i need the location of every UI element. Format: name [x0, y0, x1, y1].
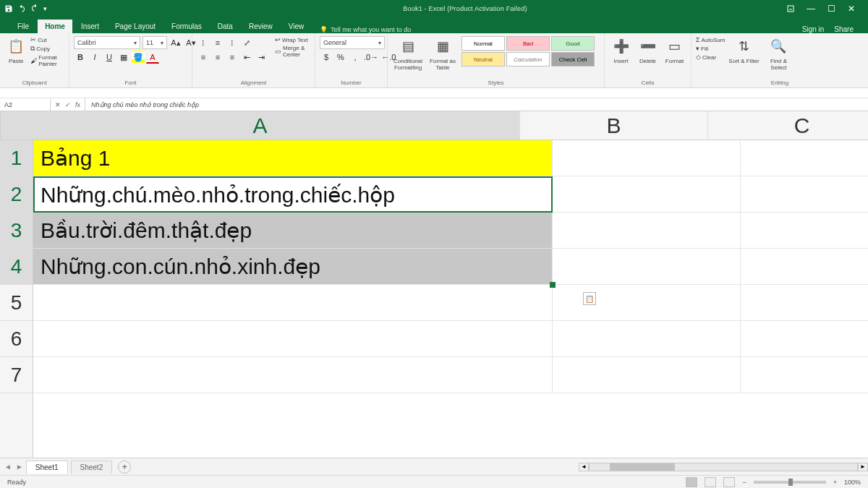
- style-bad[interactable]: Bad: [506, 36, 550, 51]
- cell-b6[interactable]: [553, 321, 741, 357]
- bold-button[interactable]: B: [74, 51, 87, 64]
- style-good[interactable]: Good: [551, 36, 595, 51]
- find-select-button[interactable]: 🔍Find & Select: [762, 36, 794, 71]
- copy-button[interactable]: ⧉Copy: [30, 45, 64, 53]
- paste-button[interactable]: 📋Paste: [4, 36, 27, 64]
- cell-b3[interactable]: [553, 213, 741, 249]
- zoom-out-button[interactable]: −: [742, 479, 746, 486]
- increase-decimal-button[interactable]: .0→: [363, 51, 379, 64]
- row-header-2[interactable]: 2: [0, 176, 33, 213]
- font-size-dropdown[interactable]: 11: [142, 36, 167, 49]
- row-header-4[interactable]: 4: [0, 249, 33, 285]
- comma-button[interactable]: ,: [349, 51, 362, 64]
- cell-a2[interactable]: Những.chú.mèo.nhỏ.trong.chiếc.hộp: [33, 176, 553, 213]
- insert-cells-button[interactable]: ➕Insert: [609, 36, 633, 64]
- cell-c6[interactable]: [741, 321, 868, 357]
- paste-options-button[interactable]: 📋: [583, 292, 596, 305]
- share-button[interactable]: Share: [834, 25, 854, 33]
- zoom-slider[interactable]: [754, 481, 826, 484]
- tab-data[interactable]: Data: [210, 20, 240, 33]
- add-sheet-button[interactable]: +: [118, 461, 131, 474]
- cancel-formula-icon[interactable]: ✕: [55, 101, 61, 108]
- cell-a1[interactable]: Bảng 1: [33, 140, 553, 176]
- formula-input[interactable]: Những chú mèo nhỏ trong chiếc hộp: [85, 101, 868, 108]
- minimize-icon[interactable]: —: [806, 4, 816, 14]
- style-check-cell[interactable]: Check Cell: [551, 52, 595, 67]
- fill-color-button[interactable]: 🪣: [132, 51, 145, 64]
- cell-c4[interactable]: [741, 249, 868, 285]
- view-page-layout-button[interactable]: [705, 477, 716, 487]
- tab-view[interactable]: View: [281, 20, 312, 33]
- cell-a3[interactable]: Bầu.trời.đêm.thật.đẹp: [33, 213, 553, 249]
- row-header-7[interactable]: 7: [0, 357, 33, 393]
- format-painter-button[interactable]: 🖌Format Painter: [30, 54, 64, 67]
- cell-c1[interactable]: [741, 140, 868, 176]
- font-name-dropdown[interactable]: Calibri: [74, 36, 140, 49]
- scroll-right-icon[interactable]: ►: [858, 463, 868, 471]
- scroll-thumb[interactable]: [610, 463, 675, 471]
- tab-page-layout[interactable]: Page Layout: [108, 20, 163, 33]
- delete-cells-button[interactable]: ➖Delete: [636, 36, 660, 64]
- cell-a4[interactable]: Những.con.cún.nhỏ.xinh.đẹp: [33, 249, 553, 285]
- wrap-text-button[interactable]: ↩Wrap Text: [275, 36, 310, 43]
- indent-increase-button[interactable]: ⇥: [255, 51, 268, 64]
- view-normal-button[interactable]: [686, 477, 697, 487]
- increase-font-button[interactable]: A▴: [169, 36, 182, 49]
- style-calculation[interactable]: Calculation: [506, 52, 550, 67]
- redo-icon[interactable]: [30, 4, 39, 14]
- border-button[interactable]: ▦: [117, 51, 130, 64]
- fx-icon[interactable]: fx: [75, 101, 80, 108]
- row-header-6[interactable]: 6: [0, 321, 33, 357]
- cell-a6[interactable]: [33, 321, 553, 357]
- autosum-button[interactable]: ΣAutoSum: [696, 36, 725, 43]
- merge-center-button[interactable]: ▭Merge & Center: [275, 45, 310, 58]
- name-box[interactable]: A2: [0, 98, 51, 111]
- currency-button[interactable]: $: [320, 51, 333, 64]
- close-icon[interactable]: ✕: [846, 4, 856, 14]
- undo-icon[interactable]: [17, 4, 26, 13]
- row-header-3[interactable]: 3: [0, 213, 33, 249]
- font-color-button[interactable]: A: [146, 51, 159, 64]
- sort-filter-button[interactable]: ⇅Sort & Filter: [728, 36, 760, 64]
- enter-formula-icon[interactable]: ✓: [65, 101, 71, 108]
- conditional-formatting-button[interactable]: ▤Conditional Formatting: [392, 36, 424, 71]
- fill-button[interactable]: ▾Fill: [696, 45, 725, 52]
- fill-handle[interactable]: [550, 282, 556, 288]
- percent-button[interactable]: %: [334, 51, 347, 64]
- scroll-left-icon[interactable]: ◄: [579, 463, 589, 471]
- worksheet[interactable]: A B C 1 2 3 4 5 6 7 Bảng 1 Những.chú.mèo…: [0, 111, 868, 458]
- align-center-button[interactable]: ≡: [211, 51, 224, 64]
- indent-decrease-button[interactable]: ⇤: [240, 51, 253, 64]
- align-bottom-button[interactable]: ⫶: [226, 36, 239, 49]
- qat-customize-icon[interactable]: ▾: [43, 5, 47, 12]
- cell-c7[interactable]: [741, 357, 868, 393]
- format-as-table-button[interactable]: ▦Format as Table: [427, 36, 459, 71]
- column-header-b[interactable]: B: [520, 111, 708, 140]
- column-header-a[interactable]: A: [1, 111, 520, 140]
- cell-c3[interactable]: [741, 213, 868, 249]
- cell-b1[interactable]: [553, 140, 741, 176]
- zoom-in-button[interactable]: +: [833, 479, 837, 486]
- sheet-tab-2[interactable]: Sheet2: [71, 461, 113, 474]
- tab-formulas[interactable]: Formulas: [164, 20, 209, 33]
- cell-b4[interactable]: [553, 249, 741, 285]
- save-icon[interactable]: [4, 4, 13, 13]
- horizontal-scrollbar[interactable]: ◄ ►: [579, 462, 868, 472]
- cell-a5[interactable]: [33, 285, 553, 321]
- ribbon-options-icon[interactable]: [786, 4, 796, 14]
- cell-b5[interactable]: [553, 285, 741, 321]
- style-normal[interactable]: Normal: [461, 36, 505, 51]
- column-header-c[interactable]: C: [708, 111, 868, 140]
- tab-home[interactable]: Home: [38, 20, 72, 33]
- row-header-1[interactable]: 1: [0, 140, 33, 176]
- sign-in-link[interactable]: Sign in: [802, 25, 825, 33]
- tab-review[interactable]: Review: [242, 20, 280, 33]
- sheet-nav-prev[interactable]: ◄: [0, 463, 16, 471]
- format-cells-button[interactable]: ▭Format: [663, 36, 686, 64]
- style-neutral[interactable]: Neutral: [461, 52, 505, 67]
- italic-button[interactable]: I: [88, 51, 101, 64]
- align-middle-button[interactable]: ≡: [211, 36, 224, 49]
- zoom-level[interactable]: 100%: [844, 479, 861, 486]
- cell-b2[interactable]: [553, 176, 741, 213]
- orientation-button[interactable]: ⤢: [240, 36, 253, 49]
